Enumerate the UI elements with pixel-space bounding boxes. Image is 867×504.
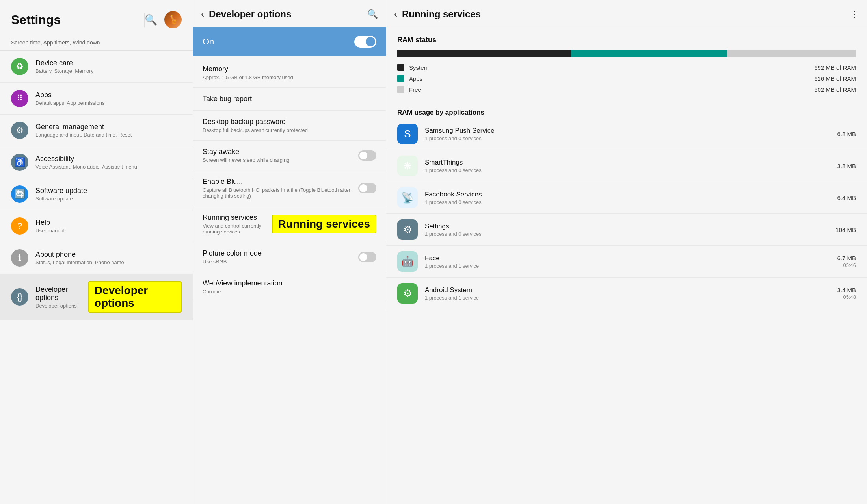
app-row-android-system[interactable]: ⚙Android System1 process and 1 service3.… [386,278,867,309]
app-row-samsung-push[interactable]: SSamsung Push Service1 process and 0 ser… [386,118,867,150]
ram-status-title: RAM status [397,36,856,44]
legend-dot [397,75,404,82]
developer-options-annotation: Developer options [88,281,182,313]
sidebar-item-about-phone[interactable]: ℹAbout phoneStatus, Legal information, P… [0,242,193,274]
samsung-push-size: 6.8 MB [837,131,856,137]
legend-item-system: System692 MB of RAM [397,64,856,71]
facebook-services-name: Facebook Services [425,191,837,198]
stay-awake-toggle[interactable] [358,150,376,161]
mid-item-desktop-backup-password[interactable]: Desktop backup passwordDesktop full back… [193,111,386,141]
legend-dot [397,86,404,93]
enable-bluetooth-toggle[interactable] [358,183,376,193]
settings-header: Settings 🔍 🦒 [0,0,193,36]
device-care-sub: Battery, Storage, Memory [35,68,93,74]
mid-item-take-bug-report[interactable]: Take bug report [193,88,386,111]
mid-item-enable-bluetooth[interactable]: Enable Blu...Capture all Bluetooth HCI p… [193,170,386,206]
developer-options-panel: ‹ Developer options 🔍 On MemoryApprox. 1… [193,0,386,504]
stay-awake-title: Stay awake [203,148,353,156]
back-button[interactable]: ‹ [201,9,204,20]
developer-options-title: Developer options [35,285,84,302]
mid-item-picture-color-mode[interactable]: Picture color modeUse sRGB [193,242,386,272]
settings-title: Settings [11,13,145,27]
legend-label: Free [409,86,809,93]
mid-item-webview-implementation[interactable]: WebView implementationChrome [193,272,386,302]
sidebar-item-device-care[interactable]: ♻Device careBattery, Storage, Memory [0,51,193,83]
settings-icon: ⚙ [397,219,418,240]
legend-label: Apps [409,75,809,82]
desktop-backup-password-sub: Desktop full backups aren't currently pr… [203,127,376,133]
mid-title: Developer options [209,9,367,20]
mid-item-running-services[interactable]: Running servicesView and control current… [193,206,386,242]
sidebar-item-software-update[interactable]: 🔄Software updateSoftware update [0,178,193,210]
smartthings-icon: ❋ [397,156,418,176]
general-management-sub: Language and input, Date and time, Reset [35,132,132,138]
mid-top-bar: ‹ Developer options 🔍 [193,0,386,27]
right-top-bar: ‹ Running services ⋮ [386,0,867,27]
face-size: 6.7 MB [837,255,856,261]
app-row-settings[interactable]: ⚙Settings1 process and 0 services104 MB [386,214,867,246]
facebook-services-size: 6.4 MB [837,195,856,201]
mid-item-memory[interactable]: MemoryApprox. 1.5 GB of 1.8 GB memory us… [193,58,386,88]
accessibility-sub: Voice Assistant, Mono audio, Assistant m… [35,164,137,170]
picture-color-mode-sub: Use sRGB [203,259,353,265]
running-services-sub: View and control currently running servi… [203,223,267,235]
legend-label: System [409,64,809,71]
sidebar-item-accessibility[interactable]: ♿AccessibilityVoice Assistant, Mono audi… [0,146,193,178]
app-row-smartthings[interactable]: ❋SmartThings1 process and 0 services3.8 … [386,150,867,182]
app-row-facebook-services[interactable]: 📡Facebook Services1 process and 0 servic… [386,182,867,214]
settings-name: Settings [425,222,835,230]
developer-options-toggle[interactable] [354,36,376,48]
picture-color-mode-toggle[interactable] [358,252,376,262]
android-system-sub: 1 process and 1 service [425,295,837,301]
facebook-services-icon: 📡 [397,187,418,208]
search-icon[interactable]: 🔍 [145,14,157,26]
legend-value: 626 MB of RAM [814,75,856,82]
mid-item-stay-awake[interactable]: Stay awakeScreen will never sleep while … [193,141,386,170]
picture-color-mode-title: Picture color mode [203,249,353,258]
sidebar-item-developer-options[interactable]: {}Developer optionsDeveloper optionsDeve… [0,274,193,320]
software-update-title: Software update [35,187,87,195]
general-management-icon: ⚙ [11,122,28,139]
ram-bar-free [727,50,856,57]
smartthings-size: 3.8 MB [837,163,856,169]
face-time: 05:46 [837,262,856,268]
sidebar-item-general-management[interactable]: ⚙General managementLanguage and input, D… [0,115,193,146]
ram-apps-title: RAM usage by applications [386,105,867,118]
help-icon: ? [11,217,28,235]
legend-dot [397,64,404,71]
stay-awake-sub: Screen will never sleep while charging [203,157,353,163]
right-back-button[interactable]: ‹ [394,9,397,20]
developer-options-toggle-row[interactable]: On [193,27,386,56]
enable-bluetooth-sub: Capture all Bluetooth HCI packets in a f… [203,187,353,199]
avatar[interactable]: 🦒 [164,11,182,28]
apps-sub: Default apps, App permissions [35,100,105,106]
software-update-icon: 🔄 [11,185,28,203]
left-menu: ♻Device careBattery, Storage, Memory⠿App… [0,51,193,320]
developer-options-icon: {} [11,288,28,306]
webview-implementation-title: WebView implementation [203,279,376,287]
android-system-size: 3.4 MB [837,287,856,293]
android-system-name: Android System [425,286,837,294]
sidebar-item-apps[interactable]: ⠿AppsDefault apps, App permissions [0,83,193,115]
settings-panel: Settings 🔍 🦒 Screen time, App timers, Wi… [0,0,193,504]
samsung-push-icon: S [397,124,418,144]
app-list: SSamsung Push Service1 process and 0 ser… [386,118,867,309]
software-update-sub: Software update [35,196,87,202]
sidebar-item-help[interactable]: ?HelpUser manual [0,210,193,242]
settings-sub: 1 process and 0 services [425,231,835,237]
take-bug-report-title: Take bug report [203,95,376,103]
general-management-title: General management [35,123,132,131]
android-system-icon: ⚙ [397,283,418,304]
face-icon: 🤖 [397,251,418,272]
more-icon[interactable]: ⋮ [850,9,859,20]
running-services-panel: ‹ Running services ⋮ RAM status System69… [386,0,867,504]
mid-search-icon[interactable]: 🔍 [367,9,378,19]
help-title: Help [35,219,65,227]
mid-menu: MemoryApprox. 1.5 GB of 1.8 GB memory us… [193,58,386,302]
help-sub: User manual [35,228,65,233]
face-name: Face [425,254,837,262]
desktop-backup-password-title: Desktop backup password [203,118,376,126]
app-row-face[interactable]: 🤖Face1 process and 1 service6.7 MB05:46 [386,246,867,278]
webview-implementation-sub: Chrome [203,289,376,295]
facebook-services-sub: 1 process and 0 services [425,199,837,205]
